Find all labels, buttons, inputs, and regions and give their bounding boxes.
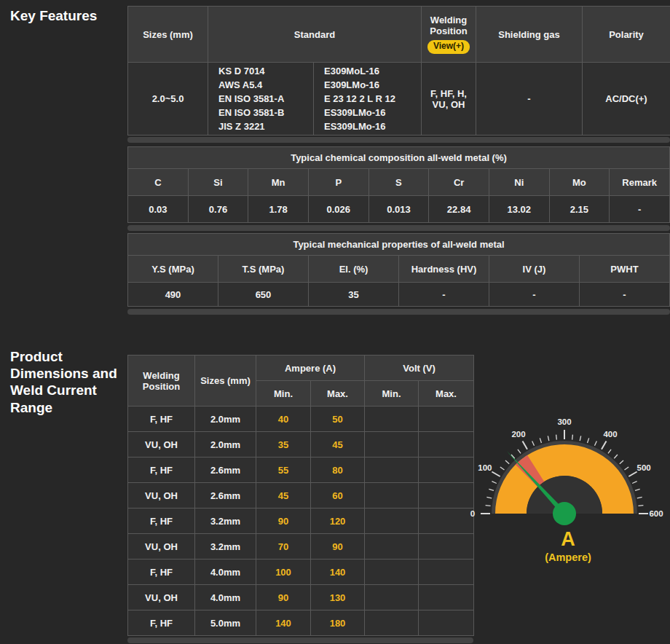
cur-volt-min [365, 407, 419, 432]
cur-amp-max: 120 [311, 508, 365, 534]
standard-item: E 23 12 2 L R 12 [324, 92, 418, 106]
cur-subheader-amp-min: Min. [256, 381, 311, 407]
cur-size: 2.0mm [195, 432, 256, 458]
spec-header-welding-position: Welding Position View(+) [422, 7, 476, 63]
spec-sizes-value: 2.0~5.0 [128, 63, 208, 136]
cur-volt-min [365, 483, 419, 508]
table-row: VU, OH 2.0mm 35 45 [128, 432, 474, 458]
cur-volt-max [419, 508, 474, 534]
spec-polarity-value: AC/DC(+) [583, 63, 670, 136]
mech-col-header: El. (%) [309, 256, 399, 283]
cur-position: F, HF [128, 610, 195, 636]
mechanical-table-title: Typical mechanical properties of all-wel… [128, 234, 670, 256]
view-plus-button[interactable]: View(+) [427, 40, 470, 53]
cur-position: VU, OH [128, 483, 195, 508]
cur-size: 2.0mm [195, 407, 256, 432]
chem-col-header: Si [188, 169, 248, 196]
gauge-dial: 0100200300400500600 [470, 414, 666, 529]
svg-text:600: 600 [649, 509, 663, 518]
mech-value: 35 [309, 283, 399, 307]
mech-col-header: Hardness (HV) [399, 256, 489, 283]
chem-value: 0.013 [368, 196, 429, 223]
mech-col-header: T.S (MPa) [218, 256, 309, 283]
cur-position: VU, OH [128, 585, 195, 610]
cur-size: 3.2mm [195, 508, 256, 534]
svg-text:200: 200 [511, 430, 525, 439]
chem-col-header: Ni [489, 169, 549, 196]
cur-amp-max: 80 [311, 458, 365, 483]
spec-header-polarity: Polarity [583, 7, 670, 63]
weld-current-range-section: Welding Position Sizes (mm) Ampere (A) V… [127, 355, 473, 643]
cur-amp-min: 70 [256, 534, 311, 559]
svg-text:500: 500 [637, 463, 651, 472]
cur-amp-min: 45 [256, 483, 311, 508]
chem-value: - [610, 196, 670, 223]
cur-amp-max: 140 [311, 559, 365, 585]
spec-header-sizes: Sizes (mm) [128, 7, 208, 63]
h-scrollbar[interactable] [127, 309, 670, 315]
standard-item: EN ISO 3581-B [218, 106, 310, 119]
standard-item: ES309LMo-16 [324, 119, 418, 133]
cur-size: 4.0mm [195, 585, 256, 610]
gauge-unit-label: A [470, 529, 666, 551]
h-scrollbar[interactable] [127, 137, 670, 143]
table-row: F, HF 5.0mm 140 180 [128, 610, 474, 636]
cur-amp-max: 130 [311, 585, 365, 610]
chem-col-header: Cr [429, 169, 489, 196]
svg-text:0: 0 [470, 509, 475, 518]
svg-text:400: 400 [603, 430, 617, 439]
cur-position: F, HF [128, 458, 195, 483]
table-row: VU, OH 2.6mm 45 60 [128, 483, 474, 508]
chem-value: 1.78 [248, 196, 309, 223]
chem-value: 0.76 [188, 196, 248, 223]
cur-volt-min [365, 559, 419, 585]
spec-header-standard: Standard [208, 7, 422, 63]
standard-item: E309LMo-16 [324, 78, 418, 92]
spec-table: Sizes (mm) Standard Welding Position Vie… [127, 6, 670, 136]
cur-volt-min [365, 585, 419, 610]
chem-col-header: Mo [549, 169, 610, 196]
table-row: VU, OH 4.0mm 90 130 [128, 585, 474, 610]
cur-volt-max [419, 610, 474, 636]
product-spec-page: Key Features Product Dimensions and Weld… [0, 0, 670, 644]
cur-size: 5.0mm [195, 610, 256, 636]
ampere-gauge: 0100200300400500600 A (Ampere) [470, 414, 666, 589]
cur-amp-min: 100 [256, 559, 311, 585]
chem-value: 22.84 [429, 196, 489, 223]
cur-volt-max [419, 585, 474, 610]
cur-amp-min: 55 [256, 458, 311, 483]
cur-size: 4.0mm [195, 559, 256, 585]
h-scrollbar[interactable] [127, 637, 473, 643]
svg-text:100: 100 [478, 463, 492, 472]
gauge-unit-caption: (Ampere) [470, 551, 666, 563]
cur-volt-max [419, 483, 474, 508]
spec-standards-list-2: E309MoL-16 E309LMo-16 E 23 12 2 L R 12 E… [314, 63, 422, 136]
chemical-composition-table: Typical chemical composition all-weld me… [127, 146, 670, 223]
h-scrollbar[interactable] [127, 225, 670, 231]
mech-col-header: IV (J) [489, 256, 580, 283]
cur-volt-min [365, 534, 419, 559]
cur-volt-max [419, 407, 474, 432]
cur-volt-max [419, 432, 474, 458]
table-row: F, HF 2.0mm 40 50 [128, 407, 474, 432]
cur-header-ampere: Ampere (A) [256, 356, 365, 381]
svg-text:300: 300 [557, 417, 571, 426]
cur-amp-max: 60 [311, 483, 365, 508]
chemical-table-title: Typical chemical composition all-weld me… [128, 147, 670, 169]
cur-position: F, HF [128, 559, 195, 585]
cur-amp-min: 140 [256, 610, 311, 636]
standard-item: JIS Z 3221 [218, 119, 310, 133]
chem-col-header: S [368, 169, 429, 196]
cur-amp-min: 40 [256, 407, 311, 432]
mech-col-header: PWHT [580, 256, 670, 283]
cur-volt-max [419, 534, 474, 559]
cur-volt-min [365, 508, 419, 534]
cur-volt-max [419, 458, 474, 483]
cur-amp-max: 50 [311, 407, 365, 432]
chem-col-header: Remark [610, 169, 670, 196]
chem-col-header: P [308, 169, 368, 196]
cur-size: 2.6mm [195, 483, 256, 508]
mech-value: - [580, 283, 670, 307]
chem-value: 13.02 [489, 196, 549, 223]
mech-value: - [399, 283, 489, 307]
